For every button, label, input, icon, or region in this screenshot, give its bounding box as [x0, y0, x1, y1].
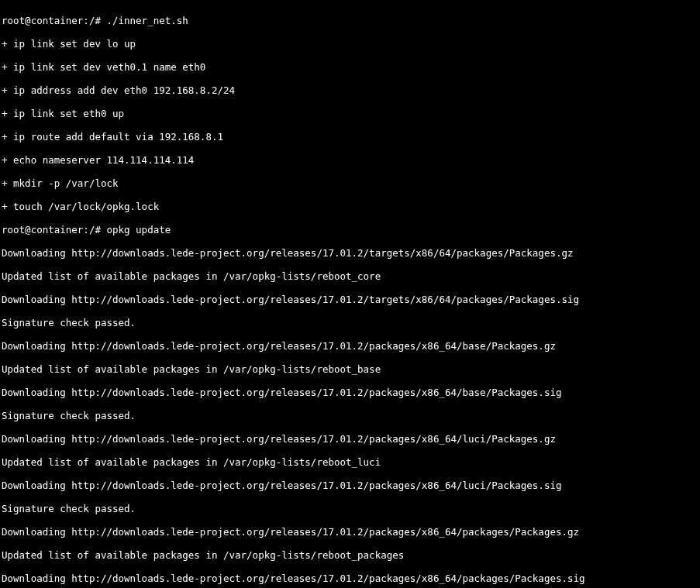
terminal-line: Downloading http://downloads.lede-projec…	[2, 340, 700, 352]
terminal-line: + ip route add default via 192.168.8.1	[2, 131, 700, 143]
terminal-line: + ip address add dev eth0 192.168.8.2/24	[2, 84, 700, 96]
terminal-line: Signature check passed.	[2, 503, 700, 514]
terminal-line: Updated list of available packages in /v…	[2, 363, 700, 375]
terminal-line: + echo nameserver 114.114.114.114	[2, 154, 700, 166]
terminal-line: Downloading http://downloads.lede-projec…	[2, 294, 700, 305]
terminal-line: + touch /var/lock/opkg.lock	[2, 201, 700, 212]
terminal-line: root@container:/# opkg update	[2, 224, 700, 236]
terminal-line: + ip link set dev veth0.1 name eth0	[2, 61, 700, 73]
terminal-line: Updated list of available packages in /v…	[2, 270, 700, 282]
terminal-line: + ip link set dev lo up	[2, 38, 700, 50]
terminal-line: Downloading http://downloads.lede-projec…	[2, 573, 700, 584]
terminal-line: root@container:/# ./inner_net.sh	[2, 15, 700, 26]
terminal-line: + mkdir -p /var/lock	[2, 177, 700, 189]
terminal-output[interactable]: root@container:/# ./inner_net.sh + ip li…	[0, 0, 700, 588]
terminal-line: Updated list of available packages in /v…	[2, 456, 700, 468]
terminal-line: + ip link set eth0 up	[2, 108, 700, 119]
terminal-line: Downloading http://downloads.lede-projec…	[2, 526, 700, 538]
terminal-line: Updated list of available packages in /v…	[2, 549, 700, 561]
terminal-line: Downloading http://downloads.lede-projec…	[2, 247, 700, 259]
terminal-line: Downloading http://downloads.lede-projec…	[2, 480, 700, 491]
terminal-line: Downloading http://downloads.lede-projec…	[2, 433, 700, 445]
terminal-line: Signature check passed.	[2, 317, 700, 328]
terminal-line: Downloading http://downloads.lede-projec…	[2, 387, 700, 398]
terminal-line: Signature check passed.	[2, 410, 700, 421]
